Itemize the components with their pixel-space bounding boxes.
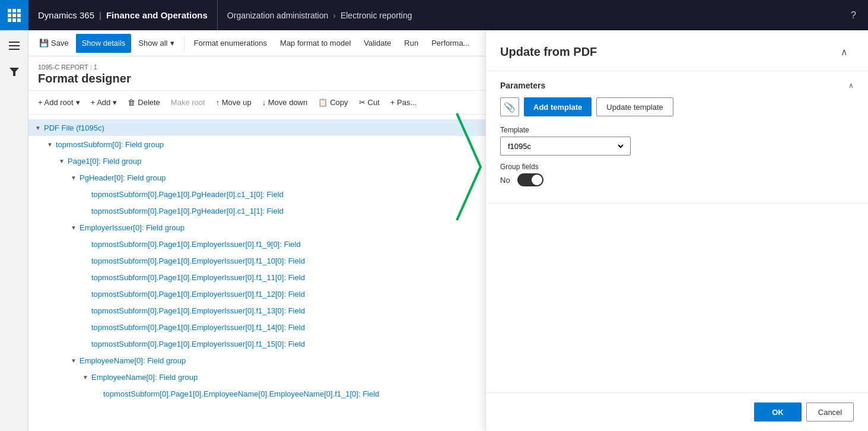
dynamics365-label: Dynamics 365 — [38, 10, 94, 20]
move-up-button[interactable]: ↑ Move up — [211, 93, 256, 112]
paste-button[interactable]: + Pas... — [386, 93, 421, 112]
make-root-label: Make root — [171, 98, 205, 107]
paste-label: + Pas... — [390, 98, 416, 107]
delete-label: Delete — [138, 98, 160, 107]
format-enumerations-button[interactable]: Format enumerations — [188, 34, 274, 53]
tree-item[interactable]: topmostSubform[0].Page1[0].EmployeeName[… — [28, 385, 485, 402]
show-all-chevron-icon: ▾ — [170, 39, 174, 47]
tree-indent — [33, 173, 69, 182]
nav-brand: Dynamics 365 | Finance and Operations — [28, 0, 218, 30]
dialog-header: Update from PDF ∧ — [486, 30, 868, 71]
ok-button[interactable]: OK — [754, 403, 802, 422]
map-format-label: Map format to model — [280, 39, 351, 47]
nav-breadcrumb: Organization administration › Electronic… — [218, 11, 422, 20]
section-collapse-icon[interactable]: ∧ — [848, 81, 854, 90]
tree-item[interactable]: topmostSubform[0].Page1[0].PgHeader[0].c… — [28, 202, 485, 219]
tree-indent — [33, 256, 81, 265]
cut-button[interactable]: ✂ Cut — [354, 93, 384, 112]
tree-toggle-icon — [81, 206, 90, 215]
show-all-label: Show all — [138, 39, 167, 47]
add-button[interactable]: + Add ▾ — [86, 93, 122, 112]
tree-toggle-icon[interactable]: ▼ — [69, 223, 78, 232]
move-up-label: ↑ Move up — [216, 98, 252, 107]
attach-button[interactable]: 📎 — [500, 97, 519, 116]
breadcrumb-er[interactable]: Electronic reporting — [341, 11, 412, 20]
hamburger-menu-icon[interactable] — [4, 35, 25, 56]
template-select-input[interactable]: f1095c — [505, 141, 625, 151]
filter-icon[interactable] — [4, 61, 25, 83]
ok-label: OK — [772, 408, 784, 417]
svg-rect-0 — [9, 42, 20, 43]
performa-button[interactable]: Performa... — [425, 34, 475, 53]
tree-item[interactable]: ▼EmployeeName[0]: Field group — [28, 352, 485, 369]
run-button[interactable]: Run — [398, 34, 424, 53]
delete-button[interactable]: 🗑 Delete — [123, 93, 165, 112]
make-root-button[interactable]: Make root — [166, 93, 210, 112]
tree-toggle-icon[interactable]: ▼ — [45, 140, 55, 149]
tree-item[interactable]: topmostSubform[0].Page1[0].EmployerIssue… — [28, 302, 485, 319]
tree-toggle-icon[interactable]: ▼ — [69, 173, 78, 182]
dialog-collapse-button[interactable]: ∧ — [835, 42, 854, 61]
page-title: Format designer — [38, 72, 476, 85]
tree-toggle-icon[interactable]: ▼ — [81, 372, 90, 382]
tree-item[interactable]: topmostSubform[0].Page1[0].PgHeader[0].c… — [28, 186, 485, 202]
group-fields-field: Group fields No — [500, 163, 854, 186]
tree-toggle-icon — [93, 389, 102, 398]
template-label: Template — [500, 126, 854, 134]
tree-toggle-icon — [81, 289, 90, 299]
add-template-label: Add template — [533, 103, 582, 112]
tree-toggle-icon — [81, 256, 90, 265]
tree-indent — [33, 373, 81, 382]
tree-toggle-icon[interactable]: ▼ — [33, 123, 43, 132]
tree-item[interactable]: ▼EmployerIssuer[0]: Field group — [28, 219, 485, 236]
tree-item-text: topmostSubform[0].Page1[0].EmployerIssue… — [91, 340, 305, 348]
tree-item-text: EmployerIssuer[0]: Field group — [80, 223, 185, 232]
tree-toggle-icon — [81, 322, 90, 332]
breadcrumb: 1095-C REPORT : 1 — [38, 64, 476, 71]
tree-indent — [33, 306, 81, 315]
update-template-label: Update template — [606, 103, 663, 112]
tree-item[interactable]: topmostSubform[0].Page1[0].EmployerIssue… — [28, 286, 485, 302]
move-down-button[interactable]: ↓ Move down — [257, 93, 313, 112]
tree-item[interactable]: ▼EmployeeName[0]: Field group — [28, 369, 485, 385]
tree-item[interactable]: topmostSubform[0].Page1[0].EmployerIssue… — [28, 252, 485, 269]
tree-item[interactable]: topmostSubform[0].Page1[0].EmployerIssue… — [28, 335, 485, 352]
tree-item[interactable]: ▼Page1[0]: Field group — [28, 153, 485, 169]
breadcrumb-org[interactable]: Organization administration — [227, 11, 328, 20]
add-template-button[interactable]: Add template — [524, 97, 592, 116]
breadcrumb-separator: › — [333, 11, 336, 20]
help-button[interactable]: ? — [839, 10, 868, 21]
dialog-footer: OK Cancel — [486, 392, 868, 431]
map-format-button[interactable]: Map format to model — [274, 34, 357, 53]
update-template-button[interactable]: Update template — [596, 97, 673, 116]
paperclip-icon: 📎 — [504, 102, 516, 113]
tree-item-text: topmostSubform[0].Page1[0].EmployeeName[… — [103, 389, 379, 398]
tree-item[interactable]: topmostSubform[0].Page1[0].EmployerIssue… — [28, 236, 485, 252]
tree-toggle-icon — [81, 189, 90, 199]
group-fields-toggle[interactable] — [517, 173, 543, 186]
tree-item[interactable]: ▼PgHeader[0]: Field group — [28, 169, 485, 186]
add-root-button[interactable]: + Add root ▾ — [33, 93, 85, 112]
save-button[interactable]: 💾 Save — [33, 34, 75, 53]
show-details-button[interactable]: Show details — [76, 34, 132, 53]
validate-button[interactable]: Validate — [358, 34, 397, 53]
tree-toggle-icon[interactable]: ▼ — [57, 156, 66, 166]
tree-item[interactable]: ▼topmostSubform[0]: Field group — [28, 136, 485, 153]
toolbar-separator — [184, 36, 185, 50]
cancel-button[interactable]: Cancel — [806, 403, 854, 422]
delete-icon: 🗑 — [128, 98, 135, 107]
tree-item[interactable]: ▼PDF File (f1095c) — [28, 119, 485, 136]
tree-indent — [33, 389, 93, 398]
show-all-button[interactable]: Show all ▾ — [132, 34, 180, 53]
add-chevron-icon: ▾ — [113, 98, 117, 107]
save-label: Save — [51, 39, 69, 47]
cancel-label: Cancel — [818, 408, 842, 417]
tree-item-text: EmployeeName[0]: Field group — [80, 356, 186, 365]
copy-button[interactable]: 📋 Copy — [313, 93, 352, 112]
waffle-menu[interactable] — [0, 0, 28, 30]
tree-item[interactable]: topmostSubform[0].Page1[0].EmployerIssue… — [28, 319, 485, 335]
template-select[interactable]: f1095c — [500, 137, 631, 156]
cut-label: Cut — [368, 98, 380, 107]
tree-item[interactable]: topmostSubform[0].Page1[0].EmployerIssue… — [28, 269, 485, 286]
tree-toggle-icon[interactable]: ▼ — [69, 356, 78, 365]
